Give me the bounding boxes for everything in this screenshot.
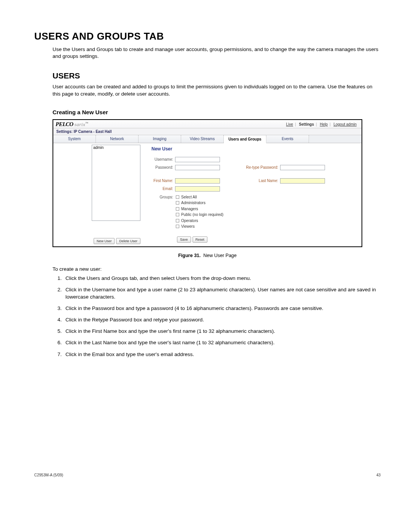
username-field[interactable] (175, 157, 220, 162)
label-password: Password: (151, 165, 175, 169)
label-first-name: First Name: (151, 179, 175, 183)
label-username: Username: (151, 157, 175, 161)
checkbox-select-all[interactable] (176, 195, 179, 199)
to-create-text: To create a new user: (53, 266, 381, 273)
tab-users-and-groups[interactable]: Users and Groups (224, 136, 266, 143)
step-2: Click in the Username box and type a use… (63, 286, 381, 300)
label-groups: Groups: (151, 194, 175, 230)
tab-bar: System Network Imaging Video Streams Use… (53, 135, 362, 143)
figure-caption: Figure 31. New User Page (34, 253, 381, 258)
work-area: admin New User Delete User New User User… (53, 143, 362, 246)
checkbox-operators[interactable] (176, 219, 179, 222)
logo-text-2: sarix (75, 121, 86, 127)
tab-video-streams[interactable]: Video Streams (181, 135, 224, 143)
step-4: Click in the Retype Password box and ret… (63, 316, 381, 323)
save-button[interactable]: Save (177, 236, 191, 243)
logo-tm: ™ (85, 121, 89, 125)
intro-paragraph: Use the Users and Groups tab to create a… (53, 46, 381, 60)
app-topbar: PELCOsarix™ Live| Settings| Help| Logout… (53, 120, 362, 128)
figure-text: New User Page (203, 253, 237, 258)
figure-label: Figure 31. (178, 253, 201, 258)
retype-password-field[interactable] (280, 165, 325, 170)
checkbox-public[interactable] (176, 213, 179, 216)
tab-system[interactable]: System (53, 135, 96, 143)
link-help[interactable]: Help (318, 122, 330, 126)
user-sidebar: admin New User Delete User (91, 143, 145, 246)
main-heading: USERS AND GROUPS TAB (34, 30, 381, 42)
footer-right: 43 (376, 473, 381, 477)
user-list-item[interactable]: admin (93, 145, 139, 150)
email-field[interactable] (175, 186, 220, 192)
step-1: Click the Users and Groups tab, and then… (63, 275, 381, 282)
group-operators: Operators (181, 219, 198, 223)
top-links: Live| Settings| Help| Logout admin (284, 122, 358, 126)
checkbox-managers[interactable] (176, 207, 179, 211)
checkbox-viewers[interactable] (176, 225, 179, 228)
users-paragraph: User accounts can be created and added t… (53, 83, 381, 97)
checkbox-administrators[interactable] (176, 201, 179, 204)
step-6: Click in the Last Name box and type the … (63, 339, 381, 346)
brand-logo: PELCOsarix™ (56, 121, 89, 128)
group-select-all: Select All (181, 195, 197, 199)
label-last-name: Last Name: (243, 179, 280, 183)
label-email: Email: (151, 187, 175, 191)
user-list[interactable]: admin (92, 145, 140, 221)
group-viewers: Viewers (181, 224, 194, 228)
password-field[interactable] (175, 165, 220, 170)
users-heading: USERS (53, 71, 381, 80)
group-public: Public (no login required) (181, 212, 223, 217)
tab-imaging[interactable]: Imaging (139, 135, 181, 143)
page-footer: C2953M-A (5/09) 43 (34, 473, 381, 477)
settings-breadcrumb: Settings: IP Camera - East Hall (53, 128, 362, 135)
step-3: Click in the Password box and type a pas… (63, 305, 381, 312)
delete-user-button[interactable]: Delete User (116, 238, 140, 244)
tab-network[interactable]: Network (96, 135, 139, 143)
group-managers: Managers (181, 207, 198, 211)
group-administrators: Administrators (181, 201, 206, 205)
reset-button[interactable]: Reset (193, 236, 208, 243)
screenshot-figure: PELCOsarix™ Live| Settings| Help| Logout… (53, 119, 362, 247)
steps-list: Click the Users and Groups tab, and then… (53, 275, 381, 358)
link-settings[interactable]: Settings (297, 122, 316, 126)
footer-left: C2953M-A (5/09) (34, 473, 63, 477)
last-name-field[interactable] (280, 178, 325, 184)
link-logout[interactable]: Logout admin (331, 122, 358, 126)
tab-events[interactable]: Events (266, 135, 309, 143)
new-user-button[interactable]: New User (94, 238, 115, 244)
form-title: New User (151, 146, 357, 152)
link-live[interactable]: Live (284, 122, 295, 126)
step-7: Click in the Email box and type the user… (63, 351, 381, 358)
step-5: Click in the First Name box and type the… (63, 328, 381, 335)
first-name-field[interactable] (175, 178, 220, 184)
form-area: New User Username: Password: Re-type Pas… (145, 143, 362, 246)
logo-text-1: PELCO (56, 121, 73, 127)
creating-heading: Creating a New User (53, 109, 381, 115)
label-retype-password: Re-type Password: (243, 165, 280, 169)
